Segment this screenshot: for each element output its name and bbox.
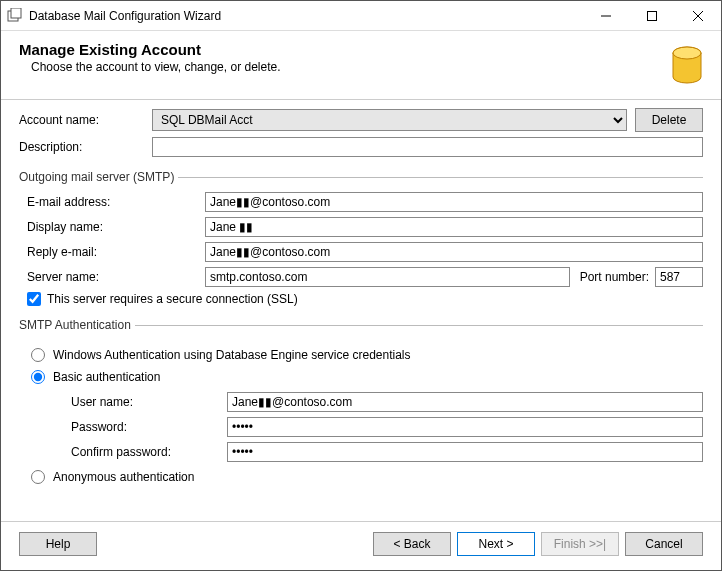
reply-email-input[interactable] xyxy=(205,242,703,262)
description-input[interactable] xyxy=(152,137,703,157)
confirm-password-input[interactable] xyxy=(227,442,703,462)
basic-auth-radio[interactable] xyxy=(31,370,45,384)
basic-auth-label: Basic authentication xyxy=(53,370,160,384)
svg-rect-1 xyxy=(11,8,21,18)
description-label: Description: xyxy=(19,140,152,154)
cancel-button[interactable]: Cancel xyxy=(625,532,703,556)
delete-button[interactable]: Delete xyxy=(635,108,703,132)
back-button[interactable]: < Back xyxy=(373,532,451,556)
server-name-input[interactable] xyxy=(205,267,570,287)
ssl-checkbox[interactable] xyxy=(27,292,41,306)
windows-auth-label: Windows Authentication using Database En… xyxy=(53,348,411,362)
display-name-label: Display name: xyxy=(19,220,205,234)
titlebar: Database Mail Configuration Wizard xyxy=(1,1,721,31)
page-subtitle: Choose the account to view, change, or d… xyxy=(31,60,655,74)
database-icon xyxy=(655,41,703,89)
svg-rect-3 xyxy=(648,11,657,20)
username-label: User name: xyxy=(41,395,227,409)
wizard-footer: Help < Back Next > Finish >>| Cancel xyxy=(1,521,721,570)
page-title: Manage Existing Account xyxy=(19,41,655,58)
account-name-select[interactable]: SQL DBMail Acct xyxy=(152,109,627,131)
server-name-label: Server name: xyxy=(19,270,205,284)
anonymous-auth-radio[interactable] xyxy=(31,470,45,484)
minimize-button[interactable] xyxy=(583,1,629,31)
port-input[interactable] xyxy=(655,267,703,287)
email-input[interactable] xyxy=(205,192,703,212)
wizard-header: Manage Existing Account Choose the accou… xyxy=(1,31,721,100)
smtp-legend: Outgoing mail server (SMTP) xyxy=(19,170,178,184)
auth-group: SMTP Authentication Windows Authenticati… xyxy=(19,318,703,492)
display-name-input[interactable] xyxy=(205,217,703,237)
finish-button: Finish >>| xyxy=(541,532,619,556)
password-input[interactable] xyxy=(227,417,703,437)
help-button[interactable]: Help xyxy=(19,532,97,556)
app-icon xyxy=(7,8,23,24)
account-name-label: Account name: xyxy=(19,113,152,127)
window-title: Database Mail Configuration Wizard xyxy=(29,9,221,23)
svg-point-7 xyxy=(673,47,701,59)
windows-auth-radio[interactable] xyxy=(31,348,45,362)
port-label: Port number: xyxy=(580,270,649,284)
ssl-label: This server requires a secure connection… xyxy=(47,292,298,306)
username-input[interactable] xyxy=(227,392,703,412)
close-button[interactable] xyxy=(675,1,721,31)
confirm-password-label: Confirm password: xyxy=(41,445,227,459)
anonymous-auth-label: Anonymous authentication xyxy=(53,470,194,484)
email-label: E-mail address: xyxy=(19,195,205,209)
auth-legend: SMTP Authentication xyxy=(19,318,135,332)
maximize-button[interactable] xyxy=(629,1,675,31)
smtp-group: Outgoing mail server (SMTP) E-mail addre… xyxy=(19,170,703,306)
reply-email-label: Reply e-mail: xyxy=(19,245,205,259)
next-button[interactable]: Next > xyxy=(457,532,535,556)
password-label: Password: xyxy=(41,420,227,434)
